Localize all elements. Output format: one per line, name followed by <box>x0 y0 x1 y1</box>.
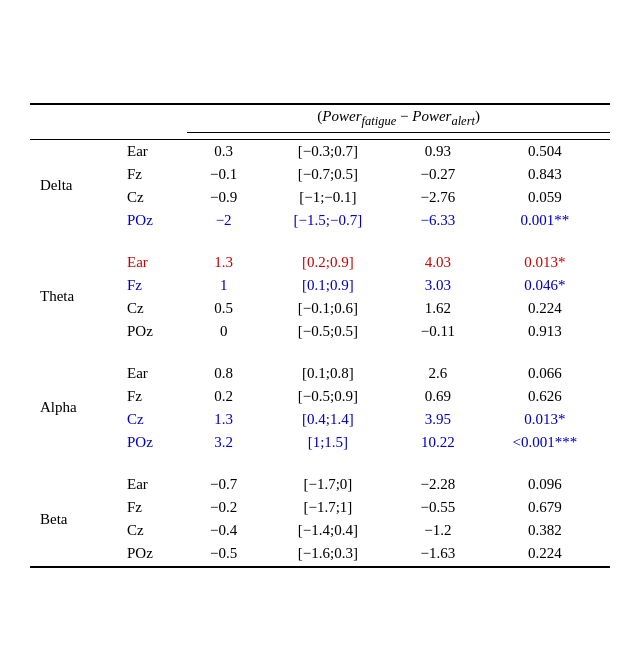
t-cell: −0.55 <box>396 496 480 519</box>
ci-cell: [−1.6;0.3] <box>260 542 396 567</box>
t-cell: −6.33 <box>396 209 480 236</box>
band-cell: Beta <box>30 458 117 567</box>
d-cell: 3.2 <box>187 431 260 458</box>
p-cell: 0.504 <box>480 139 610 163</box>
t-cell: −2.28 <box>396 458 480 496</box>
d-cell: 0.3 <box>187 139 260 163</box>
t-cell: −0.11 <box>396 320 480 347</box>
chan-cell: Cz <box>117 519 187 542</box>
t-cell: 1.62 <box>396 297 480 320</box>
chan-cell: Ear <box>117 458 187 496</box>
d-cell: 0.5 <box>187 297 260 320</box>
ci-cell: [−0.7;0.5] <box>260 163 396 186</box>
ci-cell: [0.1;0.9] <box>260 274 396 297</box>
d-cell: 1.3 <box>187 408 260 431</box>
chan-cell: Ear <box>117 347 187 385</box>
d-header <box>187 132 260 139</box>
d-cell: 1.3 <box>187 236 260 274</box>
ci-header <box>260 132 396 139</box>
chan-cell: Fz <box>117 163 187 186</box>
ci-cell: [−0.1;0.6] <box>260 297 396 320</box>
t-cell: −1.2 <box>396 519 480 542</box>
p-cell: 0.066 <box>480 347 610 385</box>
ci-cell: [0.2;0.9] <box>260 236 396 274</box>
chan-cell: Ear <box>117 139 187 163</box>
chan-cell: Ear <box>117 236 187 274</box>
d-cell: −0.9 <box>187 186 260 209</box>
d-cell: 0 <box>187 320 260 347</box>
t-cell: 4.03 <box>396 236 480 274</box>
formula-header: (Powerfatigue − Poweralert) <box>187 104 610 133</box>
ci-cell: [0.1;0.8] <box>260 347 396 385</box>
chan-cell: Fz <box>117 385 187 408</box>
d-cell: −0.4 <box>187 519 260 542</box>
d-cell: −0.5 <box>187 542 260 567</box>
t-cell: 3.03 <box>396 274 480 297</box>
d-cell: −0.7 <box>187 458 260 496</box>
ci-cell: [−1.7;1] <box>260 496 396 519</box>
t-cell: −0.27 <box>396 163 480 186</box>
p-cell: 0.913 <box>480 320 610 347</box>
t-cell: −2.76 <box>396 186 480 209</box>
t-cell: 3.95 <box>396 408 480 431</box>
t-cell: −1.63 <box>396 542 480 567</box>
ci-cell: [−0.5;0.5] <box>260 320 396 347</box>
ci-cell: [−1.4;0.4] <box>260 519 396 542</box>
p-cell: <0.001*** <box>480 431 610 458</box>
p-cell: 0.843 <box>480 163 610 186</box>
p-cell: 0.382 <box>480 519 610 542</box>
p-header <box>480 132 610 139</box>
d-cell: −0.2 <box>187 496 260 519</box>
p-cell: 0.013* <box>480 236 610 274</box>
p-cell: 0.224 <box>480 542 610 567</box>
chan-cell: POz <box>117 431 187 458</box>
ci-cell: [−1;−0.1] <box>260 186 396 209</box>
results-table: (Powerfatigue − Poweralert) DeltaEar0.3[… <box>30 103 610 568</box>
t-header <box>396 132 480 139</box>
p-cell: 0.224 <box>480 297 610 320</box>
p-cell: 0.001** <box>480 209 610 236</box>
d-cell: 0.8 <box>187 347 260 385</box>
band-cell: Theta <box>30 236 117 347</box>
ci-cell: [−0.5;0.9] <box>260 385 396 408</box>
chan-cell: Cz <box>117 297 187 320</box>
t-cell: 2.6 <box>396 347 480 385</box>
t-cell: 10.22 <box>396 431 480 458</box>
d-cell: 0.2 <box>187 385 260 408</box>
chan-cell: POz <box>117 542 187 567</box>
chan-cell: Cz <box>117 408 187 431</box>
band-cell: Delta <box>30 139 117 236</box>
p-cell: 0.679 <box>480 496 610 519</box>
t-cell: 0.93 <box>396 139 480 163</box>
chan-header <box>117 104 187 140</box>
d-cell: 1 <box>187 274 260 297</box>
ci-cell: [−1.5;−0.7] <box>260 209 396 236</box>
p-cell: 0.626 <box>480 385 610 408</box>
chan-cell: POz <box>117 209 187 236</box>
table-container: (Powerfatigue − Poweralert) DeltaEar0.3[… <box>30 103 610 568</box>
band-header <box>30 104 117 140</box>
t-cell: 0.69 <box>396 385 480 408</box>
ci-cell: [−0.3;0.7] <box>260 139 396 163</box>
p-cell: 0.013* <box>480 408 610 431</box>
chan-cell: POz <box>117 320 187 347</box>
band-cell: Alpha <box>30 347 117 458</box>
ci-cell: [1;1.5] <box>260 431 396 458</box>
p-cell: 0.096 <box>480 458 610 496</box>
chan-cell: Cz <box>117 186 187 209</box>
chan-cell: Fz <box>117 274 187 297</box>
p-cell: 0.046* <box>480 274 610 297</box>
ci-cell: [−1.7;0] <box>260 458 396 496</box>
ci-cell: [0.4;1.4] <box>260 408 396 431</box>
p-cell: 0.059 <box>480 186 610 209</box>
d-cell: −2 <box>187 209 260 236</box>
d-cell: −0.1 <box>187 163 260 186</box>
chan-cell: Fz <box>117 496 187 519</box>
